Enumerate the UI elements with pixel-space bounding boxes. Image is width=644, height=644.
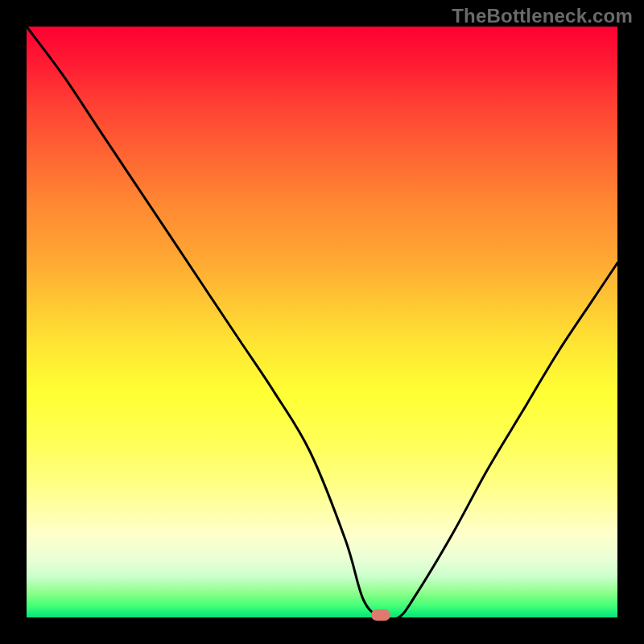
optimal-marker <box>371 609 390 621</box>
plot-area <box>27 27 617 617</box>
chart-frame: TheBottleneck.com <box>0 0 644 644</box>
watermark-text: TheBottleneck.com <box>452 5 633 27</box>
bottleneck-curve <box>27 27 617 617</box>
